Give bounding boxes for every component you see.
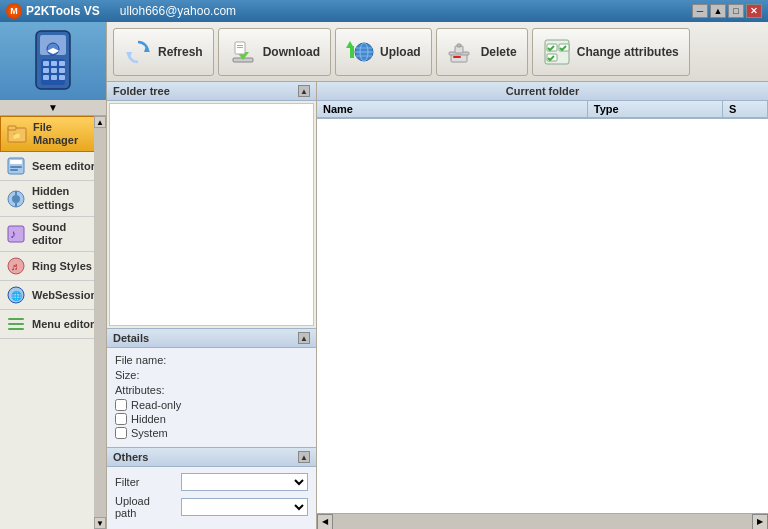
right-panel: Current folder Name Type S [317,82,768,529]
scroll-left-button[interactable]: ◀ [317,514,333,530]
svg-rect-32 [8,323,24,325]
restore-button[interactable]: ▲ [710,4,726,18]
sidebar-scrollbar: ▲ ▼ [94,116,106,529]
sidebar-item-label-ring-styles: Ring Styles [32,260,92,273]
left-panel: Folder tree ▲ Details ▲ File name: [107,82,317,529]
current-folder-label: Current folder [506,85,579,97]
file-name-label: File name: [115,354,166,366]
sidebar-item-file-manager[interactable]: 📁 File Manager [0,116,106,152]
sidebar-item-seem-editor[interactable]: Seem editor [0,152,106,181]
svg-rect-15 [8,126,16,130]
download-button[interactable]: Download [218,28,331,76]
refresh-button[interactable]: Refresh [113,28,214,76]
svg-marker-48 [346,41,354,48]
svg-rect-33 [8,328,24,330]
app-logo: M [6,3,22,19]
scroll-track[interactable] [333,514,752,529]
delete-button[interactable]: Delete [436,28,528,76]
sidebar-items-wrapper: 📁 File Manager Seem editor [0,116,106,529]
svg-rect-8 [59,68,65,73]
sidebar-item-label-sound-editor: Sound editor [32,221,66,247]
others-collapse-button[interactable]: ▲ [298,451,310,463]
delete-label: Delete [481,45,517,59]
sidebar-scroll-up[interactable]: ▲ [94,116,106,128]
sidebar-scroll-down-arrow[interactable]: ▼ [0,100,106,116]
folder-tree-content[interactable] [109,103,314,326]
change-attributes-button[interactable]: Change attributes [532,28,690,76]
sidebar: ◀▶ ▼ 📁 File Manager [0,22,107,529]
refresh-label: Refresh [158,45,203,59]
readonly-checkbox[interactable] [115,399,127,411]
download-icon [229,38,257,66]
change-attributes-icon [543,38,571,66]
svg-rect-4 [51,61,57,66]
minimize-button[interactable]: ─ [692,4,708,18]
upload-button[interactable]: Upload [335,28,432,76]
details-collapse-button[interactable]: ▲ [298,332,310,344]
details-panel: Details ▲ File name: Size: Attributes: [107,328,316,447]
sidebar-item-sound-editor[interactable]: ♪ Sound editor [0,217,106,252]
hidden-checkbox[interactable] [115,413,127,425]
svg-point-22 [12,195,20,203]
sidebar-item-ring-styles[interactable]: ♬ Ring Styles [0,252,106,281]
main-container: ◀▶ ▼ 📁 File Manager [0,22,768,529]
filter-label: Filter [115,476,175,488]
svg-rect-53 [453,56,461,58]
svg-rect-40 [237,45,243,46]
hidden-settings-icon [6,189,26,209]
readonly-row: Read-only [115,399,308,411]
user-email: ulloh666@yahoo.com [120,4,236,18]
sidebar-scroll-down[interactable]: ▼ [94,517,106,529]
phone-icon: ◀▶ [23,26,83,96]
system-label: System [131,427,168,439]
sidebar-item-label-file-manager: File Manager [33,121,78,147]
upload-path-label: Upload path [115,495,175,519]
upload-label: Upload [380,45,421,59]
download-label: Download [263,45,320,59]
attributes-label: Attributes: [115,384,165,396]
ring-styles-icon: ♬ [6,256,26,276]
hidden-row: Hidden [115,413,308,425]
sidebar-item-menu-editor[interactable]: Menu editor [0,310,106,339]
sidebar-item-label-menu-editor: Menu editor [32,318,94,331]
close-button[interactable]: ✕ [746,4,762,18]
svg-text:◀▶: ◀▶ [47,46,60,55]
system-row: System [115,427,308,439]
folder-tree-collapse-button[interactable]: ▲ [298,85,310,97]
maximize-button[interactable]: □ [728,4,744,18]
seem-editor-icon [6,156,26,176]
others-header-label: Others [113,451,148,463]
file-table[interactable]: Name Type S [317,101,768,513]
svg-rect-9 [43,75,49,80]
svg-rect-23 [15,191,17,195]
content-area: Refresh Downl [107,22,768,529]
svg-rect-11 [59,75,65,80]
readonly-label: Read-only [131,399,181,411]
others-header: Others ▲ [107,448,316,467]
sidebar-item-label-seem-editor: Seem editor [32,160,95,173]
sidebar-item-hidden-settings[interactable]: Hidden settings [0,181,106,216]
work-area: Folder tree ▲ Details ▲ File name: [107,82,768,529]
column-size: S [722,101,767,118]
svg-text:🌐: 🌐 [11,290,23,302]
filter-select[interactable] [181,473,308,491]
horizontal-scrollbar: ◀ ▶ [317,513,768,529]
system-checkbox[interactable] [115,427,127,439]
delete-icon [447,38,475,66]
folder-tree-header: Folder tree ▲ [107,82,316,101]
toolbar: Refresh Downl [107,22,768,82]
svg-rect-5 [59,61,65,66]
title-bar: M P2KTools VS ulloh666@yahoo.com ─ ▲ □ ✕ [0,0,768,22]
upload-path-select[interactable] [181,498,308,516]
file-list-table: Name Type S [317,101,768,119]
current-folder-header: Current folder [317,82,768,101]
sidebar-item-label-hidden-settings: Hidden settings [32,185,74,211]
table-header-row: Name Type S [317,101,768,118]
menu-editor-icon [6,314,26,334]
sidebar-item-websessions[interactable]: 🌐 WebSessions [0,281,106,310]
scroll-right-button[interactable]: ▶ [752,514,768,530]
svg-text:♬: ♬ [11,261,19,272]
svg-rect-3 [43,61,49,66]
column-type: Type [587,101,722,118]
svg-rect-31 [8,318,24,320]
